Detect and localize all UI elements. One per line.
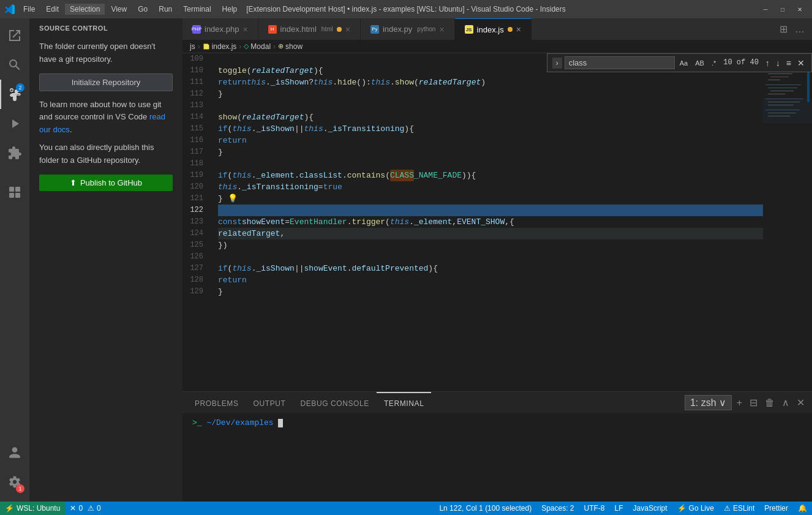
status-spaces[interactable]: Spaces: 2 [536,502,579,515]
panel-tab-terminal[interactable]: TERMINAL [377,392,431,413]
menu-go[interactable]: Go [133,4,152,15]
status-encoding[interactable]: UTF-8 [579,502,610,515]
panel-tab-problems[interactable]: PROBLEMS [187,392,246,413]
terminal-selector[interactable]: 1: zsh ∨ [685,395,732,410]
status-prettier[interactable]: Prettier [759,502,793,515]
activity-account[interactable] [0,438,29,467]
menu-edit[interactable]: Edit [41,4,64,15]
tab-index-js[interactable]: JS index.js × [455,18,532,40]
match-case-button[interactable]: Aa [677,58,690,68]
line-num-112: 112 [182,88,208,100]
panel-maximize-button[interactable]: ∧ [780,396,792,410]
tab-js-close[interactable]: × [516,24,521,34]
tab-index-py[interactable]: Py index.py python × [361,18,455,40]
sidebar-title: SOURCE CONTROL [29,18,182,36]
activity-source-control[interactable]: 2 [0,80,29,109]
find-previous-button[interactable]: ↑ [764,58,772,68]
tab-html-close[interactable]: × [345,24,350,34]
code-line-127: if (this._isShown || showEvent.defaultPr… [218,263,763,274]
panel-tab-debug-console[interactable]: DEBUG CONSOLE [293,392,377,413]
code-line-118 [218,158,763,170]
find-close-button[interactable]: ✕ [795,58,806,68]
breadcrumb-sep3: › [273,42,276,51]
initialize-repo-button[interactable]: Initialize Repository [39,73,173,91]
find-expand-button[interactable]: › [552,58,562,69]
activity-search[interactable] [0,50,29,80]
line-num-121: 121 [182,193,208,205]
status-errors[interactable]: ✕ 0 ⚠ 0 [65,502,105,515]
menu-help[interactable]: Help [217,4,242,15]
status-eslint[interactable]: ⚠ ESLint [719,502,759,515]
code-line-112: } [218,88,763,100]
svg-rect-10 [770,77,789,77]
activity-remote[interactable] [0,178,29,207]
new-terminal-button[interactable]: + [734,396,745,410]
menu-selection[interactable]: Selection [65,4,105,15]
error-count: 0 [78,504,83,513]
publish-github-label: Publish to GitHub [80,178,142,187]
tab-html-lang: html [321,26,333,32]
svg-rect-15 [768,94,785,94]
svg-rect-11 [768,80,780,80]
go-live-icon: ⚡ [677,504,686,513]
sidebar-publish-text: You can also directly publish this folde… [39,141,173,167]
status-line-col[interactable]: Ln 122, Col 1 (100 selected) [434,502,536,515]
activity-explorer[interactable] [0,21,29,50]
tab-index-html[interactable]: H index.html html × [258,18,361,40]
tab-py-lang: python [417,26,435,32]
status-line-ending[interactable]: LF [610,502,628,515]
minimap [763,53,812,391]
tab-py-close[interactable]: × [439,24,444,34]
code-line-129: } [218,286,763,298]
match-whole-word-button[interactable]: AB [693,58,707,68]
menu-terminal[interactable]: Terminal [178,4,216,15]
menu-file[interactable]: File [18,4,40,15]
breadcrumb-js[interactable]: js [190,42,195,51]
tab-index-php[interactable]: PHP index.php × [182,18,258,40]
find-next-button[interactable]: ↓ [774,58,782,68]
breadcrumb-class[interactable]: ◇ Modal [244,42,271,51]
terminal-content[interactable]: >_ ~/Dev/examples [182,413,812,502]
settings-error-badge: 1 [16,484,24,493]
panel-tab-output[interactable]: OUTPUT [246,392,293,413]
panel-close-button[interactable]: ✕ [794,396,807,410]
warning-icon: ⚠ [88,504,94,513]
activity-run[interactable] [0,109,29,138]
split-terminal-button[interactable]: ⊟ [747,396,760,410]
status-notifications[interactable]: 🔔 [793,502,812,515]
status-wsl[interactable]: ⚡ WSL: Ubuntu [0,502,65,515]
titlebar: File Edit Selection View Go Run Terminal… [0,0,812,18]
use-regex-button[interactable]: .* [709,58,718,68]
menu-view[interactable]: View [106,4,132,15]
minimize-button[interactable]: ─ [758,4,773,14]
breadcrumb-method[interactable]: ⊕ show [278,42,303,51]
terminal-dropdown-arrow: ∨ [719,397,726,408]
breadcrumb-class-name: Modal [250,42,271,51]
activity-extensions[interactable] [0,138,29,168]
find-toggle-replace-button[interactable]: ≡ [784,58,793,68]
split-editor-button[interactable]: ⊞ [777,22,790,36]
status-language[interactable]: JavaScript [628,502,672,515]
kill-terminal-button[interactable]: 🗑 [762,396,777,410]
go-live-label: Go Live [689,504,714,513]
code-content[interactable]: toggle(relatedTarget) { return this._isS… [213,53,763,391]
tab-php-close[interactable]: × [242,24,247,34]
breadcrumb-filename: index.js [212,42,237,51]
breadcrumb-file[interactable]: index.js [203,42,237,51]
status-go-live[interactable]: ⚡ Go Live [672,502,719,515]
menu-run[interactable]: Run [154,4,177,15]
find-input[interactable] [565,56,675,69]
line-num-124: 124 [182,228,208,239]
close-button[interactable]: ✕ [792,4,807,14]
status-bar: ⚡ WSL: Ubuntu ✕ 0 ⚠ 0 Ln 122, Col 1 (100… [0,502,812,515]
code-line-117: } [218,146,763,158]
titlebar-left: File Edit Selection View Go Run Terminal… [5,4,242,15]
vscode-icon [5,4,15,14]
line-num-128: 128 [182,274,208,286]
activity-settings[interactable]: 1 [0,467,29,497]
maximize-button[interactable]: □ [775,4,790,14]
code-line-119: if (this._element.classList.contains(CLA… [218,170,763,181]
publish-github-button[interactable]: ⬆ Publish to GitHub [39,175,173,191]
more-actions-button[interactable]: … [792,23,807,36]
line-num-123: 123 [182,216,208,228]
